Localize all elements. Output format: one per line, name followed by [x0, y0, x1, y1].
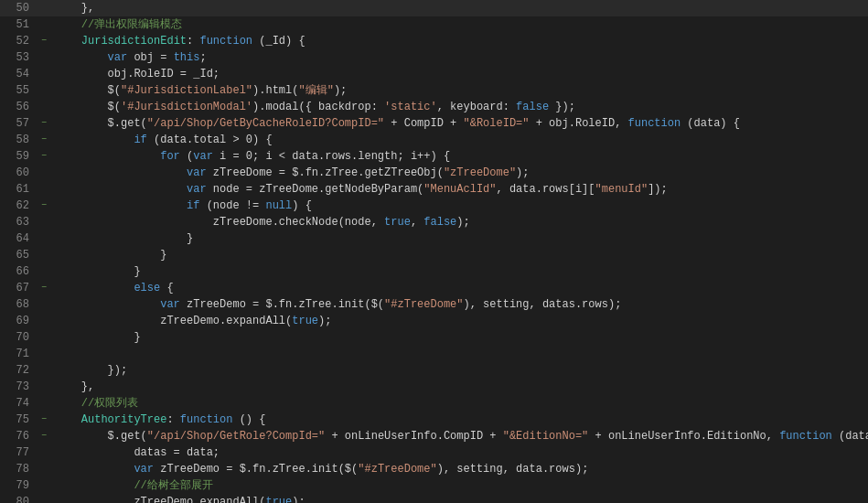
line-content: AuthorityTree: function () { [51, 412, 868, 428]
line-content: if (data.total > 0) { [51, 132, 868, 148]
line-number: 69 [0, 313, 37, 329]
line-number: 60 [0, 165, 37, 181]
line-number: 53 [0, 49, 37, 66]
line-number: 76 [0, 428, 37, 444]
table-row: 60 var zTreeDome = $.fn.zTree.getZTreeOb… [0, 165, 868, 181]
line-number: 58 [0, 132, 37, 148]
table-row: 73 }, [0, 379, 868, 395]
line-content: $.get("/api/Shop/GetByCacheRoleID?CompID… [51, 115, 868, 132]
table-row: 68 var zTreeDemo = $.fn.zTree.init($("#z… [0, 296, 868, 313]
table-row: 61 var node = zTreeDome.getNodeByParam("… [0, 181, 868, 198]
line-content: //给树全部展开 [51, 477, 868, 494]
line-number: 79 [0, 477, 37, 494]
line-number: 54 [0, 66, 37, 82]
line-content: $("#JurisdictionLabel").html("编辑"); [51, 82, 868, 99]
table-row: 50 }, [0, 0, 868, 16]
line-content: else { [51, 280, 868, 296]
line-number: 65 [0, 247, 37, 263]
line-number: 67 [0, 280, 37, 296]
line-content: }, [51, 379, 868, 395]
table-row: 58− if (data.total > 0) { [0, 132, 868, 148]
table-row: 62− if (node != null) { [0, 198, 868, 214]
line-number: 74 [0, 395, 37, 412]
line-number: 63 [0, 214, 37, 230]
fold-gutter[interactable]: − [37, 132, 51, 148]
table-row: 55 $("#JurisdictionLabel").html("编辑"); [0, 82, 868, 99]
line-content: zTreeDemo.expandAll(true); [51, 494, 868, 503]
table-row: 65 } [0, 247, 868, 263]
line-content: } [51, 263, 868, 280]
table-row: 75− AuthorityTree: function () { [0, 412, 868, 428]
table-row: 54 obj.RoleID = _Id; [0, 66, 868, 82]
line-number: 70 [0, 329, 37, 346]
line-content: $('#JurisdictionModal').modal({ backdrop… [51, 99, 868, 115]
line-number: 57 [0, 115, 37, 132]
table-row: 67− else { [0, 280, 868, 296]
line-number: 52 [0, 33, 37, 49]
line-content: var zTreeDome = $.fn.zTree.getZTreeObj("… [51, 165, 868, 181]
line-content: var node = zTreeDome.getNodeByParam("Men… [51, 181, 868, 198]
line-number: 66 [0, 263, 37, 280]
table-row: 70 } [0, 329, 868, 346]
table-row: 51 //弹出权限编辑模态 [0, 16, 868, 33]
line-content: JurisdictionEdit: function (_Id) { [51, 33, 868, 49]
line-number: 56 [0, 99, 37, 115]
line-content: datas = data; [51, 444, 868, 461]
table-row: 76− $.get("/api/Shop/GetRole?CompId=" + … [0, 428, 868, 444]
line-content: //权限列表 [51, 395, 868, 412]
fold-gutter[interactable]: − [37, 198, 51, 214]
line-content: } [51, 230, 868, 247]
table-row: 56 $('#JurisdictionModal').modal({ backd… [0, 99, 868, 115]
line-number: 77 [0, 444, 37, 461]
table-row: 71 [0, 346, 868, 362]
line-content: }); [51, 362, 868, 379]
line-content: var obj = this; [51, 49, 868, 66]
table-row: 59− for (var i = 0; i < data.rows.length… [0, 148, 868, 165]
table-row: 64 } [0, 230, 868, 247]
line-content: zTreeDome.checkNode(node, true, false); [51, 214, 868, 230]
line-number: 75 [0, 412, 37, 428]
line-number: 62 [0, 198, 37, 214]
line-number: 80 [0, 494, 37, 503]
line-content: }, [51, 0, 868, 16]
fold-gutter[interactable]: − [37, 428, 51, 444]
table-row: 78 var zTreeDemo = $.fn.zTree.init($("#z… [0, 461, 868, 477]
code-editor: 50 },51 //弹出权限编辑模态52− JurisdictionEdit: … [0, 0, 868, 503]
fold-gutter[interactable]: − [37, 148, 51, 165]
line-content: } [51, 329, 868, 346]
line-number: 72 [0, 362, 37, 379]
table-row: 66 } [0, 263, 868, 280]
fold-gutter[interactable]: − [37, 412, 51, 428]
line-number: 71 [0, 346, 37, 362]
table-row: 69 zTreeDemo.expandAll(true); [0, 313, 868, 329]
line-content: var zTreeDemo = $.fn.zTree.init($("#zTre… [51, 461, 868, 477]
table-row: 80 zTreeDemo.expandAll(true); [0, 494, 868, 503]
fold-gutter[interactable]: − [37, 33, 51, 49]
line-number: 68 [0, 296, 37, 313]
line-number: 51 [0, 16, 37, 33]
table-row: 79 //给树全部展开 [0, 477, 868, 494]
line-content: var zTreeDemo = $.fn.zTree.init($("#zTre… [51, 296, 868, 313]
table-row: 77 datas = data; [0, 444, 868, 461]
line-content: obj.RoleID = _Id; [51, 66, 868, 82]
line-content: zTreeDemo.expandAll(true); [51, 313, 868, 329]
line-content: if (node != null) { [51, 198, 868, 214]
line-number: 78 [0, 461, 37, 477]
table-row: 57− $.get("/api/Shop/GetByCacheRoleID?Co… [0, 115, 868, 132]
line-number: 55 [0, 82, 37, 99]
line-content: for (var i = 0; i < data.rows.length; i+… [51, 148, 868, 165]
line-content: $.get("/api/Shop/GetRole?CompId=" + onLi… [51, 428, 868, 444]
line-number: 73 [0, 379, 37, 395]
table-row: 72 }); [0, 362, 868, 379]
fold-gutter[interactable]: − [37, 280, 51, 296]
line-number: 59 [0, 148, 37, 165]
fold-gutter[interactable]: − [37, 115, 51, 132]
table-row: 52− JurisdictionEdit: function (_Id) { [0, 33, 868, 49]
line-number: 61 [0, 181, 37, 198]
table-row: 53 var obj = this; [0, 49, 868, 66]
table-row: 63 zTreeDome.checkNode(node, true, false… [0, 214, 868, 230]
line-content: //弹出权限编辑模态 [51, 16, 868, 33]
table-row: 74 //权限列表 [0, 395, 868, 412]
line-content: } [51, 247, 868, 263]
line-number: 50 [0, 0, 37, 16]
